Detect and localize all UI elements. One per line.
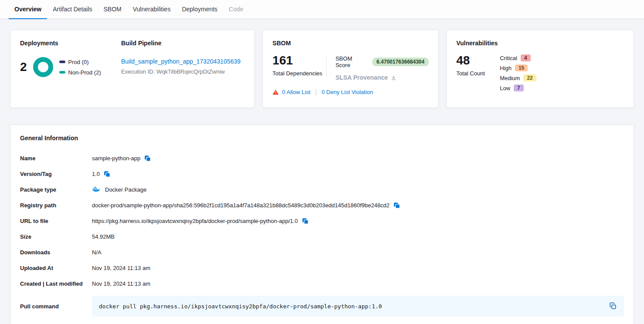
warning-icon [272,89,279,95]
info-label-package-type: Package type [20,186,92,193]
page-content: Deployments 2 Prod (0) Non-Prod (2) [0,19,644,324]
info-value-url: https://pkg.harness.io/ikpsjoavtcwxnqisy… [92,218,298,224]
tab-artifact-details[interactable]: Artifact Details [47,0,98,19]
summary-cards-row: Deployments 2 Prod (0) Non-Prod (2) [10,30,634,108]
vulnerabilities-body: 48 Total Count Critical 4 High 15 Medium… [456,54,624,91]
copy-icon[interactable] [144,155,151,162]
info-row-pull-command: Pull command docker pull pkg.harness.io/… [20,296,624,317]
info-value-package-type: Docker Package [105,186,146,193]
info-label-size: Size [20,233,92,240]
copy-icon[interactable] [302,218,308,224]
pull-command-box: docker pull pkg.harness.io/ikpsjoavtcwxn… [92,296,624,317]
slsa-provenance-label: SLSA Provenance [336,74,388,81]
pull-command-copy-icon[interactable] [609,302,617,310]
info-row-created-modified: Created | Last modified Nov 19, 2024 11:… [20,276,624,291]
prod-legend-dot [59,61,65,63]
tab-code: Code [223,0,249,19]
general-information-card: General Information Name sample-python-a… [10,125,634,324]
info-value-downloads: N/A [92,249,102,256]
vulnerabilities-title: Vulnerabilities [456,40,624,47]
sbom-card: SBOM 161 Total Dependencies SBOM Score 6… [262,30,439,108]
deployments-legend: Prod (0) Non-Prod (2) [59,59,101,76]
info-value-size: 54.92MB [92,233,115,240]
severity-label-low: Low [500,85,510,91]
info-row-uploaded-at: Uploaded At Nov 19, 2024 11:13 am [20,260,624,276]
info-value-created-modified: Nov 19, 2024 11:13 am [92,280,150,287]
execution-id-text: Execution ID: WqkTilbBRqecQrpDtZwniw [121,68,245,75]
build-pipeline-section: Build Pipeline Build_sample_python_app_1… [121,40,245,98]
vulnerabilities-count-section: 48 Total Count [456,54,500,91]
deployments-donut-chart [33,57,53,77]
info-value-uploaded-at: Nov 19, 2024 11:13 am [92,265,150,271]
tab-overview[interactable]: Overview [9,0,47,19]
copy-icon[interactable] [393,202,400,209]
info-label-url: URL to file [20,218,92,224]
deny-list-link[interactable]: 0 Deny List Violation [322,89,373,95]
deployments-card: Deployments 2 Prod (0) Non-Prod (2) [10,30,255,108]
severity-badge-low: 7 [514,84,524,91]
vulnerabilities-card: Vulnerabilities 48 Total Count Critical … [446,30,634,108]
links-divider: | [315,88,317,95]
docker-icon [92,186,100,192]
info-label-created-modified: Created | Last modified [20,280,92,287]
sbom-title: SBOM [272,40,429,47]
severity-label-high: High [500,65,512,71]
sbom-score-section: SBOM Score 6.470017636684304 SLSA Proven… [327,54,429,81]
general-information-title: General Information [20,135,624,142]
sbom-count: 161 [272,54,326,67]
info-row-size: Size 54.92MB [20,229,624,244]
prod-legend-label: Prod (0) [68,59,89,65]
info-value-registry-path: docker-prod/sample-python-app/sha256:596… [92,202,390,209]
info-label-uploaded-at: Uploaded At [20,265,92,271]
info-row-registry-path: Registry path docker-prod/sample-python-… [20,197,624,213]
copy-icon[interactable] [104,171,110,177]
info-label-downloads: Downloads [20,249,92,256]
tab-vulnerabilities[interactable]: Vulnerabilities [127,0,176,19]
info-row-version: Version/Tag 1.0 [20,166,624,182]
deployments-body: 2 Prod (0) Non-Prod (2) [20,57,121,77]
sbom-score-badge: 6.470017636684304 [372,57,429,66]
nonprod-legend-label: Non-Prod (2) [68,69,101,76]
info-label-version: Version/Tag [20,171,92,177]
legend-item-nonprod: Non-Prod (2) [59,69,101,76]
legend-item-prod: Prod (0) [59,59,101,65]
info-label-name: Name [20,155,92,162]
severity-badge-critical: 4 [521,54,531,61]
vulnerabilities-count-label: Total Count [456,70,500,77]
slsa-provenance-link[interactable]: SLSA Provenance [336,74,429,81]
severity-row-low: Low 7 [500,84,536,91]
severity-list: Critical 4 High 15 Medium 22 Low 7 [500,54,536,91]
tab-sbom[interactable]: SBOM [98,0,127,19]
info-row-downloads: Downloads N/A [20,244,624,260]
severity-label-medium: Medium [500,75,520,81]
severity-row-medium: Medium 22 [500,74,536,81]
pipeline-link[interactable]: Build_sample_python_app_1732043105639 [121,58,241,65]
sbom-policy-links: 0 Allow List | 0 Deny List Violation [272,88,429,95]
deployments-count: 2 [20,61,27,73]
info-value-version: 1.0 [92,171,100,177]
sbom-body: 161 Total Dependencies SBOM Score 6.4700… [272,54,429,81]
download-icon [391,75,397,81]
info-label-registry-path: Registry path [20,202,92,209]
sbom-score-label: SBOM Score [336,55,368,68]
sbom-count-section: 161 Total Dependencies [272,54,326,77]
vulnerabilities-count: 48 [456,54,500,67]
sbom-count-label: Total Dependencies [272,70,326,77]
pull-command-text: docker pull pkg.harness.io/ikpsjoavtcwxn… [99,303,382,310]
severity-badge-high: 15 [515,64,528,71]
info-row-package-type: Package type Docker Package [20,182,624,197]
deployments-section: Deployments 2 Prod (0) Non-Prod (2) [20,40,121,98]
severity-row-critical: Critical 4 [500,54,536,61]
info-label-pull-command: Pull command [20,303,92,310]
info-row-url: URL to file https://pkg.harness.io/ikpsj… [20,213,624,229]
allow-list-link[interactable]: 0 Allow List [282,89,310,95]
tab-bar: Overview Artifact Details SBOM Vulnerabi… [0,0,644,19]
severity-label-critical: Critical [500,55,517,61]
build-pipeline-title: Build Pipeline [121,40,245,47]
sbom-score-row: SBOM Score 6.470017636684304 [336,55,429,68]
deployments-title: Deployments [20,40,121,47]
severity-row-high: High 15 [500,64,536,71]
tab-deployments[interactable]: Deployments [176,0,223,19]
info-value-name: sample-python-app [92,155,140,162]
nonprod-legend-dot [59,71,65,74]
